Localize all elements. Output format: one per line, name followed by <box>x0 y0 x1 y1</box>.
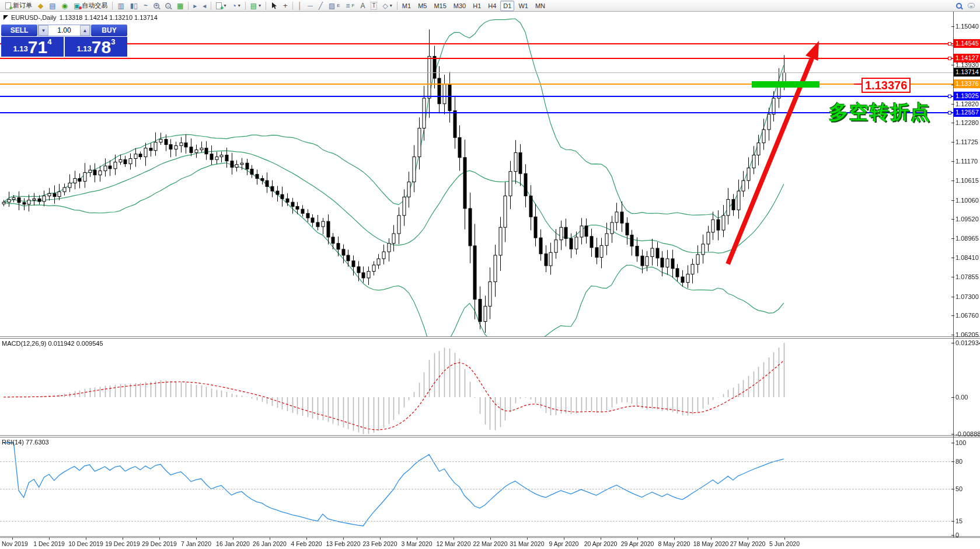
price-tick-label: 1.12280 <box>955 119 979 126</box>
price-tick-label: 1.15040 <box>955 23 979 30</box>
time-tick-label: 1 Dec 2019 <box>33 540 65 547</box>
support-zone-bar[interactable] <box>752 81 819 88</box>
macd-tick-mark <box>951 343 954 343</box>
time-tick-label: 26 Jan 2020 <box>253 540 287 547</box>
time-tick-label: 10 Dec 2019 <box>68 540 103 547</box>
panel-separator[interactable] <box>0 336 980 337</box>
price-tick-label: 1.10060 <box>955 197 979 204</box>
rsi-tick-mark <box>951 521 954 522</box>
mt4-window: 新订单 ◆ ▤ ◉ ▣ 自动交易 ▥ ▮▯ ~ + - ▦ ▸ ◂ ▾ ◔▾ ▤… <box>0 0 980 549</box>
price-tick-mark <box>951 161 954 162</box>
price-tick-label: 1.11170 <box>955 158 978 165</box>
rsi-label-row: RSI(14) 77.6303 <box>2 439 49 446</box>
price-tick-mark <box>951 238 954 239</box>
time-tick-mark <box>123 537 123 540</box>
one-click-trading-panel: SELL ▼ 1.00 ▲ BUY 1.13 71 4 1.13 78 3 <box>1 25 127 57</box>
price-chart-canvas[interactable] <box>0 0 980 549</box>
rsi-tick-label: 50 <box>955 485 962 492</box>
time-tick-mark <box>306 537 307 540</box>
volume-stepper: ▼ 1.00 ▲ <box>38 25 90 36</box>
price-tick-mark <box>951 200 954 201</box>
time-tick-mark <box>49 537 50 540</box>
line-endpoint-marker[interactable] <box>948 111 951 114</box>
sell-price-pipette: 4 <box>47 37 51 46</box>
sell-price-panel[interactable]: 1.13 71 4 <box>1 37 64 57</box>
time-tick-label: 29 Apr 2020 <box>621 540 654 547</box>
buy-button[interactable]: BUY <box>91 25 127 36</box>
macd-tick-label: 0.012934 <box>955 339 980 346</box>
time-tick-mark <box>196 537 197 540</box>
line-endpoint-marker[interactable] <box>948 42 951 46</box>
trend-arrow[interactable] <box>715 30 820 276</box>
price-tick-mark <box>951 315 954 316</box>
price-tick-mark <box>951 219 954 220</box>
price-tick-mark <box>951 277 954 277</box>
time-tick-mark <box>674 537 675 540</box>
macd-main-value: 0.011942 <box>48 340 74 347</box>
time-tick-mark <box>454 537 454 540</box>
time-tick-mark <box>711 537 712 540</box>
time-tick-label: 9 Apr 2020 <box>549 540 579 547</box>
panel-separator[interactable] <box>0 435 980 436</box>
price-tick-label: 1.07855 <box>955 273 979 280</box>
time-tick-mark <box>637 537 638 540</box>
rsi-level-line <box>0 489 953 489</box>
time-tick-label: 3 Mar 2020 <box>401 540 432 547</box>
rsi-tick-label: 15 <box>955 517 962 524</box>
time-tick-mark <box>233 537 233 540</box>
callout-connector <box>854 84 862 85</box>
time-tick-mark <box>12 537 13 540</box>
price-tick-mark <box>951 26 954 27</box>
buy-price-prefix: 1.13 <box>77 44 92 53</box>
price-tick-mark <box>951 297 954 297</box>
rsi-level-line <box>0 461 953 462</box>
volume-value[interactable]: 1.00 <box>48 25 80 36</box>
time-tick-mark <box>564 537 564 540</box>
rsi-tick-label: 80 <box>955 458 962 465</box>
turning-point-annotation[interactable]: 多空转折点 <box>829 99 931 126</box>
buy-price-panel[interactable]: 1.13 78 3 <box>65 37 127 57</box>
time-tick-label: 27 May 2020 <box>730 540 766 547</box>
rsi-tick-mark <box>951 489 954 489</box>
time-tick-label: 5 Jun 2020 <box>769 540 800 547</box>
time-tick-label: 7 Jan 2020 <box>181 540 211 547</box>
price-tick-label: 1.09520 <box>955 216 979 223</box>
price-level-label: 1.13376 <box>954 79 980 88</box>
price-level-label: 1.13714 <box>954 68 980 77</box>
volume-increase-button[interactable]: ▲ <box>80 25 90 36</box>
macd-tick-mark <box>951 397 954 398</box>
price-tick-label: 1.08965 <box>955 235 979 242</box>
price-tick-label: 1.06205 <box>955 331 979 338</box>
rsi-value: 77.6303 <box>26 439 49 446</box>
time-tick-label: 16 Jan 2020 <box>216 540 250 547</box>
time-tick-mark <box>159 537 160 540</box>
macd-signal-value: 0.009545 <box>76 340 103 347</box>
sell-price-prefix: 1.13 <box>13 44 28 53</box>
sell-price-big: 71 <box>28 40 47 55</box>
time-tick-label: 29 Dec 2019 <box>142 540 177 547</box>
rsi-label: RSI(14) <box>2 439 24 446</box>
chart-title: EURUSD-,Daily 1.13318 1.14214 1.13210 1.… <box>4 14 158 21</box>
line-endpoint-marker[interactable] <box>948 57 951 60</box>
price-level-label: 1.12557 <box>954 108 980 117</box>
sell-button[interactable]: SELL <box>1 25 37 36</box>
ohlc-values: 1.13318 1.14214 1.13210 1.13714 <box>60 14 158 21</box>
time-tick-mark <box>527 537 528 540</box>
chart-active-marker-icon <box>4 15 8 20</box>
price-tick-label: 1.10615 <box>955 177 979 184</box>
price-axis-border <box>953 12 954 537</box>
price-tick-label: 1.08410 <box>955 254 979 261</box>
volume-decrease-button[interactable]: ▼ <box>39 25 48 36</box>
time-tick-mark <box>490 537 491 540</box>
rsi-tick-label: 0 <box>955 531 959 538</box>
line-endpoint-marker[interactable] <box>948 95 951 98</box>
time-tick-label: 1 Nov 2019 <box>0 540 28 547</box>
price-tick-mark <box>951 335 954 335</box>
panel-separator <box>0 536 980 537</box>
trend-arrow-head-icon <box>805 41 819 61</box>
macd-label: MACD(12,26,9) <box>2 340 46 347</box>
panel-separator <box>0 437 980 437</box>
price-callout-box[interactable]: 1.13376 <box>862 78 911 93</box>
price-level-label: 1.14127 <box>954 54 980 62</box>
time-tick-label: 18 May 2020 <box>693 540 729 547</box>
